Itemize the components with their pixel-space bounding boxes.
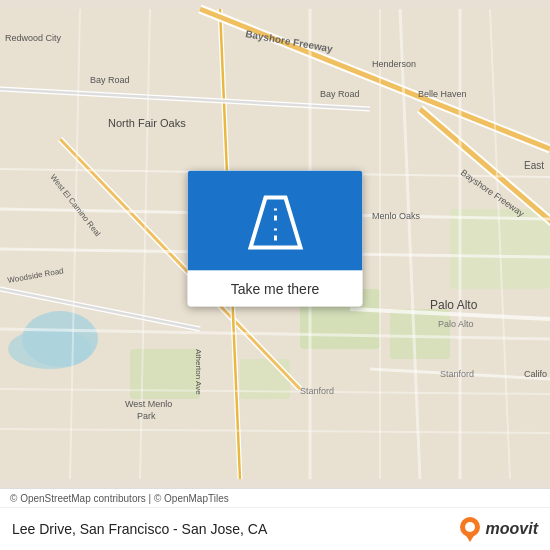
svg-text:Menlo Oaks: Menlo Oaks — [372, 211, 421, 221]
svg-text:Palo Alto: Palo Alto — [438, 319, 474, 329]
attribution-text: © OpenStreetMap contributors | © OpenMap… — [10, 493, 229, 504]
svg-text:North Fair Oaks: North Fair Oaks — [108, 117, 186, 129]
svg-text:West Menlo: West Menlo — [125, 399, 172, 409]
svg-point-58 — [465, 522, 475, 532]
svg-text:Park: Park — [137, 411, 156, 421]
svg-text:Henderson: Henderson — [372, 59, 416, 69]
app-container: Bayshore Freeway Bay Road Bay Road North… — [0, 0, 550, 550]
svg-text:Califo: Califo — [524, 369, 547, 379]
take-me-there-button[interactable]: Take me there — [188, 271, 363, 307]
svg-rect-6 — [240, 359, 290, 399]
moovit-logo: moovit — [457, 516, 538, 542]
map-card: Take me there — [188, 171, 363, 307]
svg-text:East: East — [524, 160, 544, 171]
road-icon — [240, 193, 310, 253]
svg-text:Stanford: Stanford — [440, 369, 474, 379]
svg-marker-59 — [465, 534, 475, 542]
moovit-label: moovit — [486, 520, 538, 538]
moovit-brand-icon — [457, 516, 483, 542]
attribution-row: © OpenStreetMap contributors | © OpenMap… — [0, 489, 550, 508]
title-row: Lee Drive, San Francisco - San Jose, CA … — [0, 508, 550, 550]
svg-text:Redwood City: Redwood City — [5, 33, 62, 43]
svg-text:Atherton Ave: Atherton Ave — [194, 349, 203, 395]
svg-text:Bay Road: Bay Road — [90, 75, 130, 85]
map-area: Bayshore Freeway Bay Road Bay Road North… — [0, 0, 550, 488]
bottom-bar: © OpenStreetMap contributors | © OpenMap… — [0, 488, 550, 550]
svg-point-2 — [8, 329, 92, 369]
location-title: Lee Drive, San Francisco - San Jose, CA — [12, 521, 267, 537]
svg-text:Palo Alto: Palo Alto — [430, 298, 478, 312]
svg-rect-4 — [390, 309, 450, 359]
svg-text:Bay Road: Bay Road — [320, 89, 360, 99]
svg-text:Stanford: Stanford — [300, 386, 334, 396]
card-icon-area — [188, 171, 363, 271]
svg-text:Belle Haven: Belle Haven — [418, 89, 467, 99]
